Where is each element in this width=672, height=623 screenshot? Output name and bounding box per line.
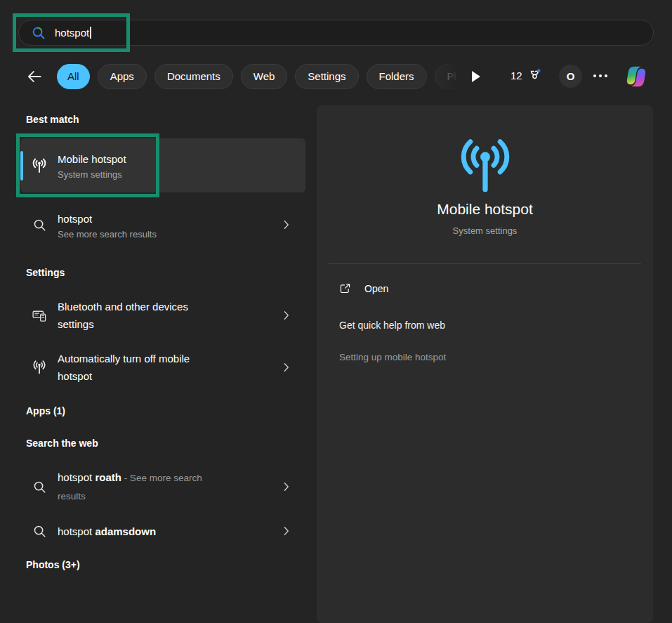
rewards-count: 12 bbox=[510, 70, 522, 81]
result-see-more[interactable]: hotspot See more search results bbox=[20, 204, 305, 246]
settings-header: Settings bbox=[26, 267, 65, 278]
tab-documents[interactable]: Documents bbox=[154, 64, 233, 89]
chevron-right-icon[interactable] bbox=[280, 308, 293, 323]
user-avatar[interactable]: O bbox=[559, 65, 582, 88]
avatar-letter: O bbox=[567, 70, 575, 82]
web-query-suggestion: roath bbox=[95, 471, 121, 483]
open-label: Open bbox=[364, 283, 388, 294]
quick-help-header: Get quick help from web bbox=[339, 320, 445, 331]
result-title: Automatically turn off mobile hotspot bbox=[58, 350, 220, 385]
search-result-icon bbox=[31, 524, 48, 538]
search-icon bbox=[31, 25, 46, 40]
preview-subtitle: System settings bbox=[317, 225, 653, 236]
search-input[interactable]: hotspot bbox=[18, 20, 654, 46]
best-match-header: Best match bbox=[26, 114, 79, 125]
open-action[interactable]: Open bbox=[339, 282, 388, 294]
photos-header: Photos (3+) bbox=[26, 559, 80, 570]
chevron-right-icon[interactable] bbox=[280, 523, 293, 539]
result-title: Bluetooth and other devices settings bbox=[58, 298, 220, 333]
more-options-icon[interactable] bbox=[593, 74, 607, 77]
apps-header: Apps (1) bbox=[26, 405, 65, 417]
back-button[interactable] bbox=[25, 67, 44, 86]
devices-icon bbox=[31, 308, 48, 324]
tab-all[interactable]: All bbox=[57, 64, 90, 89]
tab-folders[interactable]: Folders bbox=[367, 64, 427, 89]
tab-web[interactable]: Web bbox=[241, 64, 288, 89]
chevron-right-icon[interactable] bbox=[280, 360, 293, 375]
divider bbox=[329, 263, 641, 264]
search-filter-tabs: All Apps Documents Web Settings Folders … bbox=[57, 64, 465, 89]
search-result-icon bbox=[31, 480, 48, 494]
web-query: hotspot bbox=[58, 471, 95, 483]
selection-accent-bar bbox=[20, 151, 23, 181]
mobile-hotspot-large-icon bbox=[454, 136, 517, 195]
tab-settings[interactable]: Settings bbox=[295, 64, 358, 89]
result-subtitle: See more search results bbox=[58, 228, 157, 240]
rewards-badge[interactable]: 12 bbox=[510, 68, 542, 83]
result-title: Mobile hotspot bbox=[58, 150, 126, 168]
chevron-right-icon[interactable] bbox=[280, 479, 293, 494]
windows-search-flyout: hotspot All Apps Documents Web Settings … bbox=[0, 0, 672, 623]
chevron-right-icon[interactable] bbox=[280, 217, 293, 232]
hotspot-icon bbox=[31, 157, 48, 174]
result-web-hotspot-roath[interactable]: hotspot roath - See more search results bbox=[20, 460, 305, 513]
search-result-icon bbox=[31, 218, 48, 232]
web-query-suggestion: adamsdown bbox=[95, 525, 156, 537]
help-link-setting-up-hotspot[interactable]: Setting up mobile hotspot bbox=[339, 352, 446, 362]
result-mobile-hotspot[interactable]: Mobile hotspot System settings bbox=[20, 138, 305, 192]
hotspot-icon bbox=[31, 360, 48, 375]
search-query-text: hotspot bbox=[55, 27, 89, 39]
web-query: hotspot bbox=[58, 525, 95, 537]
preview-panel: Mobile hotspot System settings Open Get … bbox=[317, 105, 653, 623]
rewards-icon bbox=[527, 68, 542, 83]
result-bluetooth-settings[interactable]: Bluetooth and other devices settings bbox=[20, 289, 305, 342]
copilot-icon[interactable] bbox=[624, 64, 649, 89]
text-cursor bbox=[90, 27, 91, 39]
result-subtitle: System settings bbox=[58, 169, 126, 181]
result-title: hotspot bbox=[58, 210, 157, 228]
result-auto-turn-off-hotspot[interactable]: Automatically turn off mobile hotspot bbox=[20, 341, 305, 394]
result-web-hotspot-adamsdown[interactable]: hotspot adamsdown bbox=[20, 516, 305, 546]
open-external-icon bbox=[339, 282, 351, 294]
tab-apps[interactable]: Apps bbox=[98, 64, 147, 89]
search-web-header: Search the web bbox=[26, 438, 98, 449]
tab-photos[interactable]: Photos bbox=[435, 64, 465, 89]
preview-title: Mobile hotspot bbox=[317, 201, 653, 218]
tabs-scroll-right-icon[interactable] bbox=[472, 71, 480, 82]
